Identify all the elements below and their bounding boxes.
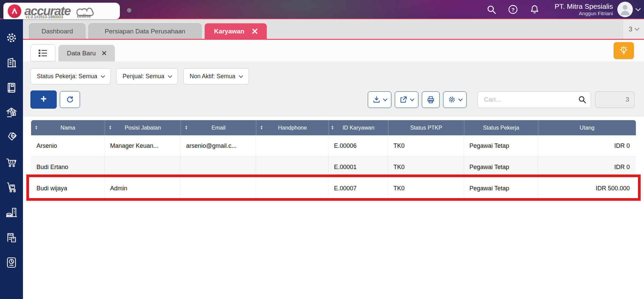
- cell-email: [181, 178, 256, 199]
- settings-gear-icon: [5, 32, 18, 44]
- column-header-posisi-jabatan[interactable]: ▲▼ Posisi Jabatan: [105, 120, 181, 135]
- tab-label: Karyawan: [214, 28, 244, 35]
- search-icon[interactable]: [486, 4, 496, 15]
- sidebar-item-inventory[interactable]: [4, 181, 19, 195]
- account-chevron-down-icon[interactable]: [636, 6, 641, 11]
- window-tab-bar: Dashboard Persiapan Data Perusahaan Kary…: [23, 19, 644, 40]
- version-label: v1.0.1#2910-1880003: [26, 15, 63, 19]
- cloud-online-icon: online: [72, 4, 97, 19]
- list-view-icon: [38, 49, 48, 57]
- tab-persiapan-data-perusahaan[interactable]: Persiapan Data Perusahaan: [88, 23, 202, 39]
- printer-icon: [427, 96, 435, 104]
- sort-icon: ▲▼: [331, 125, 334, 130]
- tab-label: Dashboard: [42, 28, 73, 35]
- column-header-utang: Utang: [538, 120, 636, 135]
- brand-sub-label: online: [77, 13, 91, 19]
- tips-button[interactable]: [614, 42, 634, 59]
- download-icon: [372, 96, 381, 104]
- column-label: Handphone: [278, 125, 307, 131]
- sidebar-item-sales[interactable]: Rp: [4, 131, 19, 145]
- chevron-down-icon: [410, 97, 414, 101]
- cell-handphone: [256, 135, 329, 156]
- price-tag-rp-icon: Rp: [5, 131, 18, 144]
- cell-posisi: Admin: [105, 178, 181, 199]
- close-sub-tab-icon[interactable]: [102, 51, 106, 55]
- column-header-email[interactable]: ▲▼ Email: [181, 120, 256, 135]
- add-new-button[interactable]: +: [30, 90, 57, 109]
- filter-penjual[interactable]: Penjual: Semua: [116, 68, 178, 84]
- shopping-cart-icon: [5, 156, 18, 169]
- column-header-id-karyawan[interactable]: ▲▼ ID Karyawan: [329, 120, 388, 135]
- column-label: Utang: [579, 125, 594, 131]
- table-header-row: ▲▼ Nama ▲▼ Posisi Jabatan ▲▼ Email ▲▼ Ha…: [31, 120, 636, 135]
- export-button[interactable]: [395, 91, 418, 108]
- sidebar-item-journal[interactable]: [4, 81, 19, 95]
- refresh-button[interactable]: [60, 91, 80, 108]
- decorative-dot: [127, 8, 131, 12]
- chevron-down-icon: [458, 97, 463, 101]
- sidebar-item-company[interactable]: [4, 56, 19, 70]
- notifications-bell-icon[interactable]: [530, 4, 540, 15]
- table-row-budi-wijaya[interactable]: Budi wijaya Admin E.00007 TK0 Pegawai Te…: [31, 178, 636, 199]
- bank-cash-icon: [5, 106, 18, 119]
- journal-book-icon: [5, 82, 18, 94]
- filter-row: Status Pekerja: Semua Penjual: Semua Non…: [30, 68, 635, 84]
- cell-utang: IDR 500.000: [538, 178, 636, 199]
- column-label: Email: [211, 125, 225, 131]
- header-actions: ? PT. Mitra Spesialis Anggun Fitriani: [475, 0, 640, 19]
- svg-text:?: ?: [512, 6, 515, 12]
- table-row-arsenio[interactable]: Arsenio Manager Keuan... arsenio@gmail.c…: [31, 135, 636, 157]
- sort-icon: ▲▼: [185, 125, 188, 130]
- table-row-budi-ertano[interactable]: Budi Ertano E.00001 TK0 Pegawai Tetap ID…: [31, 157, 636, 178]
- column-label: Status Pekerja: [483, 125, 519, 131]
- filter-label: Status Pekerja: Semua: [37, 73, 97, 80]
- column-label: Posisi Jabatan: [125, 125, 161, 131]
- employee-table: ▲▼ Nama ▲▼ Posisi Jabatan ▲▼ Email ▲▼ Ha…: [31, 120, 636, 199]
- filter-non-aktif[interactable]: Non Aktif: Semua: [183, 68, 249, 84]
- avatar[interactable]: [617, 2, 633, 17]
- sidebar-item-tax[interactable]: TAX: [4, 230, 19, 245]
- filter-label: Non Aktif: Semua: [190, 73, 235, 80]
- column-label: Status PTKP: [410, 125, 442, 131]
- chevron-down-icon: [634, 26, 639, 31]
- tab-karyawan[interactable]: Karyawan: [205, 23, 267, 39]
- chevron-down-icon: [101, 74, 105, 78]
- plus-icon: +: [41, 93, 47, 105]
- sidebar-item-reports[interactable]: [4, 255, 19, 270]
- cell-status-ptkp: TK0: [388, 178, 464, 199]
- close-tab-icon[interactable]: [252, 29, 257, 34]
- accurate-logo-icon: [8, 4, 21, 18]
- search-input[interactable]: [483, 96, 578, 104]
- tab-label: Persiapan Data Perusahaan: [105, 28, 185, 35]
- cell-posisi: Manager Keuan...: [105, 135, 181, 156]
- download-button[interactable]: [368, 91, 391, 108]
- help-icon[interactable]: ?: [508, 4, 518, 15]
- svg-text:Rp: Rp: [12, 134, 15, 137]
- column-label: ID Karyawan: [342, 125, 374, 131]
- cell-id-karyawan: E.00001: [329, 157, 388, 178]
- sidebar-item-cash-bank[interactable]: [4, 106, 19, 120]
- filter-toolbar-panel: Status Pekerja: Semua Penjual: Semua Non…: [23, 61, 644, 117]
- column-label: Nama: [60, 125, 75, 131]
- print-button[interactable]: [422, 91, 440, 108]
- list-view-button[interactable]: [30, 44, 55, 61]
- sort-icon: ▲▼: [35, 125, 38, 130]
- table-settings-button[interactable]: [443, 91, 467, 108]
- company-name: PT. Mitra Spesialis: [555, 2, 613, 11]
- tab-dashboard[interactable]: Dashboard: [29, 23, 85, 39]
- sidebar-item-fixed-assets[interactable]: [4, 206, 19, 220]
- cell-posisi: [105, 157, 181, 178]
- column-header-handphone[interactable]: ▲▼ Handphone: [256, 120, 329, 135]
- sub-tab-bar: Data Baru: [23, 40, 644, 61]
- cell-email: [181, 157, 256, 178]
- sidebar-item-purchases[interactable]: [4, 156, 19, 170]
- cell-nama: Budi wijaya: [31, 178, 105, 199]
- filter-status-pekerja[interactable]: Status Pekerja: Semua: [30, 68, 111, 84]
- cell-status-ptkp: TK0: [388, 135, 464, 156]
- sidebar-item-settings[interactable]: [4, 31, 19, 45]
- export-icon: [400, 96, 408, 104]
- column-header-nama[interactable]: ▲▼ Nama: [31, 120, 105, 135]
- sub-tab-data-baru[interactable]: Data Baru: [58, 45, 115, 61]
- open-tabs-counter-dropdown[interactable]: 3: [623, 19, 644, 39]
- svg-text:TAX: TAX: [8, 234, 13, 237]
